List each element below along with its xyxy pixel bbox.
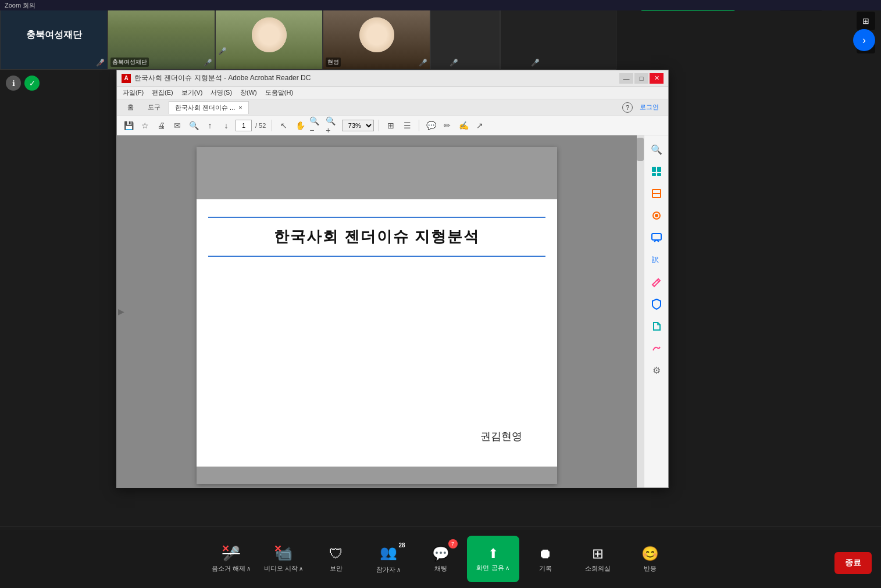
- svg-rect-8: [652, 234, 661, 240]
- participant-tile-3[interactable]: 현영 🎤: [323, 0, 430, 70]
- toolbar-prev-page[interactable]: ↑: [203, 119, 217, 132]
- chat-button[interactable]: 💬 7 채팅: [415, 536, 467, 582]
- bottom-toolbar: 🎤 ✕ 음소거 해제 ∧ 📹 ✕ 비디오 시작 ∧ 🛡 보안 👥 28 참가자 …: [0, 530, 881, 588]
- svg-rect-3: [657, 173, 661, 176]
- tab-tools[interactable]: 도구: [142, 103, 166, 112]
- toolbar-save[interactable]: 💾: [122, 119, 135, 132]
- menu-file[interactable]: 파일(F): [119, 87, 147, 98]
- menu-window[interactable]: 창(W): [237, 87, 261, 98]
- tab-close[interactable]: ×: [238, 104, 242, 111]
- zoom-select[interactable]: 73% 50% 75% 100%: [342, 120, 374, 131]
- pdf-page-footer: [197, 467, 557, 484]
- toolbar-bookmark[interactable]: ☆: [138, 119, 152, 132]
- toolbar-divider: [0, 526, 881, 526]
- toolbar-hand[interactable]: ✋: [293, 119, 307, 132]
- acrobat-toolbar: 💾 ☆ 🖨 ✉ 🔍 ↑ ↓ / 52 ↖ ✋ 🔍− 🔍+ 73% 50% 75%…: [117, 116, 668, 135]
- participant-label-3: 현영: [326, 58, 341, 67]
- toolbar-zoom-in[interactable]: 🔍+: [326, 119, 340, 132]
- pdf-left-arrow[interactable]: ▶: [118, 307, 124, 316]
- participant-tile-4[interactable]: 🎤: [430, 0, 500, 70]
- toolbar-touchmode[interactable]: ☰: [400, 119, 414, 132]
- share-chevron[interactable]: ∧: [505, 565, 509, 571]
- reactions-button[interactable]: 😊 반응: [624, 536, 676, 582]
- tab-area: 홈 도구 한국사회 젠더이슈 ... × ? 로그인: [117, 99, 668, 116]
- sidebar-translate[interactable]: 訳: [647, 250, 666, 269]
- grid-view-btn[interactable]: ⊞: [857, 12, 875, 30]
- sidebar-comment[interactable]: [647, 228, 666, 247]
- maximize-btn[interactable]: □: [634, 73, 648, 84]
- pdf-main-view[interactable]: ▶ 한국사회 젠더이슈 지형분석 권김현영: [117, 135, 637, 487]
- share-label: 화면 공유: [476, 564, 504, 572]
- sidebar-export[interactable]: [647, 317, 666, 335]
- acrobat-menu-bar: 파일(F) 편집(E) 보기(V) 서명(S) 창(W) 도움말(H): [117, 87, 668, 99]
- login-button[interactable]: 로그인: [635, 102, 664, 113]
- tab-home[interactable]: 홈: [122, 103, 140, 112]
- participant-tile-1[interactable]: 충북여성재단 🎤: [108, 0, 215, 70]
- toolbar-draw[interactable]: ✏: [440, 119, 454, 132]
- share-icon: ⬆: [488, 546, 498, 561]
- info-icon[interactable]: ℹ: [6, 76, 21, 91]
- toolbar-select[interactable]: ↖: [277, 119, 291, 132]
- share-button[interactable]: ⬆ 화면 공유 ∧: [467, 536, 519, 582]
- help-button[interactable]: ?: [622, 102, 633, 113]
- sidebar-zoom[interactable]: 🔍: [647, 140, 666, 159]
- end-meeting-button[interactable]: 종료: [834, 552, 872, 574]
- audio-label: 음소거 해제: [212, 564, 245, 573]
- page-number-input[interactable]: [236, 120, 252, 131]
- audio-chevron[interactable]: ∧: [247, 565, 251, 572]
- acrobat-icon: A: [122, 74, 131, 83]
- toolbar-view-options[interactable]: ⊞: [384, 119, 398, 132]
- pdf-scrollbar[interactable]: [637, 135, 644, 487]
- chat-icon: 💬: [432, 546, 450, 562]
- toolbar-zoom-out-small[interactable]: 🔍: [187, 119, 201, 132]
- sidebar-scan[interactable]: [647, 206, 666, 225]
- video-chevron[interactable]: ∧: [299, 565, 303, 572]
- record-icon: ⏺: [538, 546, 552, 562]
- mute-icon-org: 🎤̸: [96, 59, 105, 67]
- tab-document[interactable]: 한국사회 젠더이슈 ... ×: [169, 101, 249, 114]
- svg-rect-1: [657, 167, 661, 172]
- sidebar-sign[interactable]: [647, 339, 666, 357]
- pdf-scroll-thumb[interactable]: [637, 138, 644, 161]
- toolbar-highlight[interactable]: ✍: [456, 119, 470, 132]
- check-icon[interactable]: ✓: [24, 76, 40, 91]
- toolbar-zoom-out[interactable]: 🔍−: [309, 119, 323, 132]
- toolbar-print[interactable]: 🖨: [154, 119, 168, 132]
- svg-rect-2: [652, 173, 656, 176]
- participant-tile-2[interactable]: 🎤: [215, 0, 323, 70]
- participant-label-1: 충북여성재단: [110, 58, 149, 67]
- toolbar-next-page[interactable]: ↓: [219, 119, 233, 132]
- toolbar-email[interactable]: ✉: [170, 119, 184, 132]
- menu-help[interactable]: 도움말(H): [262, 87, 297, 98]
- sidebar-combine[interactable]: [647, 184, 666, 203]
- record-button[interactable]: ⏺ 기록: [519, 536, 572, 582]
- participant-tile-org[interactable]: 충북여성재단 🎤̸: [0, 0, 108, 70]
- next-arrow[interactable]: ›: [853, 29, 875, 51]
- menu-edit[interactable]: 편집(E): [148, 87, 177, 98]
- toolbar-share[interactable]: ↗: [473, 119, 487, 132]
- minimize-btn[interactable]: —: [619, 73, 633, 84]
- breakout-label: 소회의실: [585, 564, 611, 573]
- acrobat-title: 한국사회 젠더이슈 지형분석 - Adobe Acrobat Reader DC: [134, 73, 619, 83]
- menu-sign[interactable]: 서명(S): [207, 87, 236, 98]
- participants-button[interactable]: 👥 28 참가자 ∧: [362, 536, 415, 582]
- audio-button[interactable]: 🎤 ✕ 음소거 해제 ∧: [205, 536, 258, 582]
- mute-icon-2: 🎤: [218, 47, 320, 55]
- close-btn[interactable]: ✕: [650, 73, 664, 84]
- video-button[interactable]: 📹 ✕ 비디오 시작 ∧: [258, 536, 310, 582]
- sidebar-edit[interactable]: [647, 273, 666, 291]
- reactions-icon: 😊: [641, 546, 659, 562]
- sidebar-more[interactable]: ⚙: [647, 361, 666, 379]
- info-icons: ℹ ✓: [6, 76, 40, 91]
- security-button[interactable]: 🛡 보안: [310, 536, 362, 582]
- participants-chevron[interactable]: ∧: [397, 567, 401, 573]
- acrobat-window: A 한국사회 젠더이슈 지형분석 - Adobe Acrobat Reader …: [116, 70, 669, 488]
- breakout-button[interactable]: ⊞ 소회의실: [572, 536, 624, 582]
- pdf-title-section: 한국사회 젠더이슈 지형분석: [208, 217, 545, 257]
- chat-label: 채팅: [434, 564, 447, 573]
- menu-view[interactable]: 보기(V): [178, 87, 206, 98]
- sidebar-organize[interactable]: [647, 162, 666, 181]
- participant-tile-5[interactable]: 🎤: [500, 0, 616, 70]
- toolbar-comment[interactable]: 💬: [424, 119, 438, 132]
- sidebar-protect[interactable]: [647, 295, 666, 313]
